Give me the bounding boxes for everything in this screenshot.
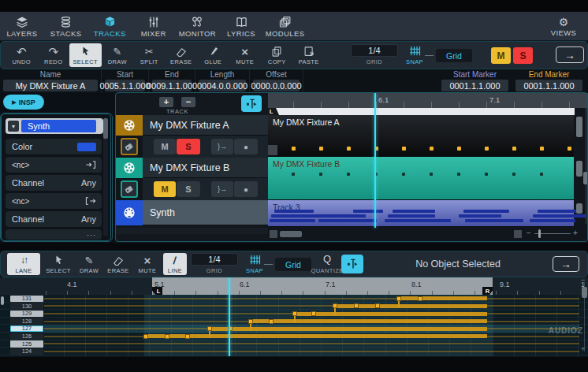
info-field-value[interactable]: 0001.1.1.000 [515, 80, 582, 91]
vertical-scrollbar-thumb[interactable] [576, 203, 582, 214]
loop-left-flag[interactable]: L [268, 108, 279, 115]
playhead[interactable] [374, 93, 376, 228]
tool-undo[interactable]: ↶UNDO [6, 43, 38, 67]
layer-badge[interactable] [121, 180, 138, 198]
tool-draw[interactable]: ✎DRAW [75, 253, 103, 275]
tool-copy[interactable]: COPY [261, 43, 293, 67]
inspector-row-value[interactable]: Any [81, 178, 102, 188]
inspector-row-color-0[interactable]: Color [6, 139, 102, 154]
remove-track-button[interactable]: − [181, 97, 195, 107]
info-field-value[interactable]: 0004.0.0.000 [199, 80, 246, 91]
inspector-scrollbar[interactable] [103, 118, 108, 236]
inspector-scrollbar-thumb[interactable] [103, 118, 108, 139]
inspector-row-value[interactable]: Any [81, 214, 102, 224]
scroll-corner-button[interactable] [270, 230, 277, 238]
track-record-button[interactable]: ● [234, 139, 258, 154]
automation-bar[interactable] [295, 312, 487, 316]
automation-dot[interactable] [430, 173, 433, 176]
trim-tool-button[interactable] [341, 255, 363, 273]
inspector-row-channel-4[interactable]: ChannelAny [6, 211, 102, 227]
output-routing-icon[interactable] [85, 195, 102, 206]
input-routing-icon[interactable] [85, 159, 102, 170]
zoom-box-button[interactable] [514, 230, 522, 238]
track-freeze-button[interactable]: }→ [211, 181, 233, 197]
tab-tracks[interactable]: TRACKS [87, 12, 132, 41]
inspector-row--nc--1[interactable]: <nc> [6, 157, 102, 173]
track-selector[interactable]: ▼Synth [6, 118, 103, 134]
zoom-slider-handle[interactable] [583, 172, 588, 184]
tab-layers[interactable]: LAYERS [0, 12, 44, 41]
tool-paste[interactable]: PASTE [293, 43, 326, 67]
automation-dot[interactable] [430, 147, 434, 151]
info-field-value[interactable]: My DMX Fixture A [3, 80, 98, 91]
track-name[interactable]: My DMX Fixture A [143, 115, 268, 136]
track-mute-button[interactable]: M [154, 181, 176, 197]
automation-dot[interactable] [485, 173, 488, 176]
automation-dot[interactable] [457, 173, 460, 176]
automation-dot[interactable] [457, 147, 461, 151]
track-record-button[interactable]: ● [234, 181, 258, 197]
lane-label-126[interactable]: 126 [10, 333, 43, 340]
lane-label-125[interactable]: 125 [10, 340, 43, 347]
editor-zoom-out-icon[interactable]: − [581, 277, 585, 284]
automation-node[interactable] [165, 334, 169, 339]
automation-dot[interactable] [402, 173, 405, 176]
info-field-value[interactable]: 0001.1.1.000 [441, 80, 508, 91]
automation-node[interactable] [311, 311, 316, 316]
vertical-scrollbar[interactable] [575, 93, 583, 228]
timeline-ruler[interactable]: 6.17.1 [268, 93, 588, 108]
editor-ruler[interactable]: 4.15.16.17.18.19.11LR [0, 277, 588, 295]
automation-node[interactable] [418, 296, 422, 301]
track-row-synth-selected[interactable]: Synth [115, 200, 268, 225]
automation-bar[interactable] [399, 296, 487, 300]
tool-line[interactable]: /LINE [163, 253, 187, 275]
tool-erase[interactable]: ERASE [166, 43, 198, 67]
editor-mini-scrollbar[interactable] [1, 296, 4, 305]
zoom-out-icon[interactable]: − [527, 229, 531, 237]
automation-node[interactable] [207, 326, 212, 331]
tab-views[interactable]: ⚙ VIEWS [541, 12, 586, 41]
inspector-toggle-button[interactable]: ▶ INSP [3, 95, 44, 110]
automation-dot[interactable] [347, 173, 350, 176]
tool-mute[interactable]: ×MUTE [229, 43, 262, 67]
automation-dot[interactable] [512, 173, 515, 176]
layer-select-cell[interactable] [115, 136, 143, 158]
vertical-scrollbar-thumb[interactable] [576, 161, 582, 177]
layer-badge[interactable] [121, 138, 138, 155]
automation-node[interactable] [143, 334, 148, 339]
horizontal-scrollbar[interactable]: −+ [268, 229, 588, 240]
tool-mute[interactable]: ×MUTE [133, 253, 162, 275]
automation-node[interactable] [396, 296, 401, 301]
automation-dot[interactable] [319, 147, 323, 151]
editor-playhead[interactable] [229, 277, 230, 356]
automation-node[interactable] [185, 334, 190, 339]
loop-bar[interactable]: L [268, 108, 575, 115]
clip-track-3[interactable]: Track 3 [268, 200, 574, 227]
automation-node[interactable] [292, 311, 297, 316]
tool-select[interactable]: SELECT [43, 253, 73, 275]
automation-dot[interactable] [485, 147, 489, 151]
automation-node[interactable] [333, 303, 337, 308]
add-track-button[interactable]: + [159, 97, 173, 107]
tool-lane[interactable]: ↓↑LANE [7, 253, 40, 275]
lane-label-130[interactable]: 130 [10, 303, 43, 309]
automation-node[interactable] [375, 303, 380, 308]
clip-my-dmx-fixture-a[interactable]: My DMX Fixture A [268, 115, 574, 157]
track-name[interactable]: Synth [143, 200, 268, 225]
solo-button[interactable]: S [513, 47, 533, 64]
automation-node[interactable] [248, 319, 253, 324]
automation-dot[interactable] [347, 147, 351, 151]
automation-node[interactable] [269, 319, 274, 324]
lane-grid[interactable]: 131130129128127126125124 [0, 295, 588, 356]
lane-label-127[interactable]: 127 [10, 326, 43, 332]
automation-node[interactable] [354, 303, 359, 308]
automation-dot[interactable] [540, 173, 543, 176]
editor-zoom-in-icon[interactable]: + [581, 345, 585, 353]
info-field-value[interactable]: 0000.0.0.000 [253, 80, 300, 91]
automation-dot[interactable] [292, 173, 295, 176]
grid-value-field[interactable]: 1/4 [351, 44, 398, 57]
tab-monitor[interactable]: MONITOR [175, 12, 219, 41]
track-freeze-button[interactable]: }→ [211, 139, 233, 154]
loop-region[interactable] [152, 277, 493, 295]
trim-tool-button[interactable] [241, 95, 262, 112]
